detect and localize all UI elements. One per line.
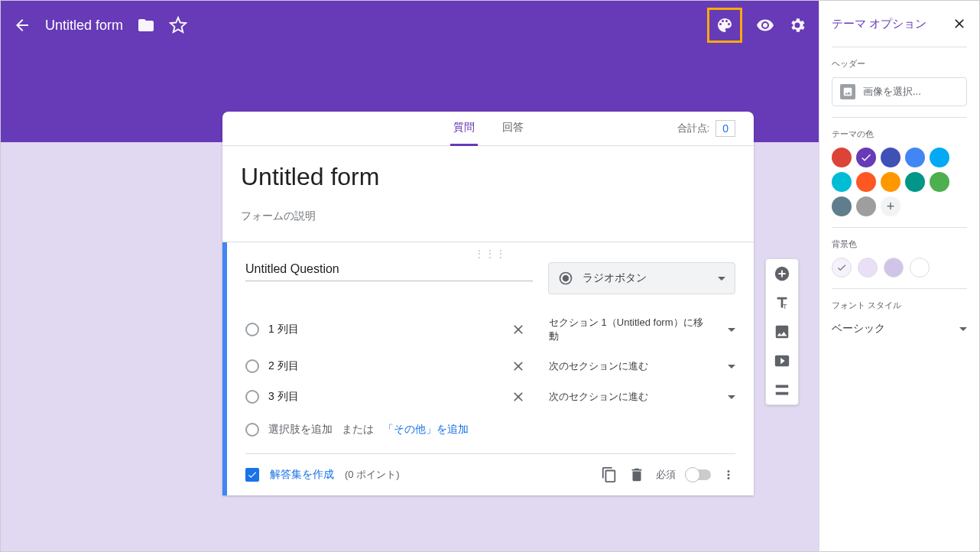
answer-key-link[interactable]: 解答集を作成: [270, 468, 334, 482]
bg-colors: [832, 258, 967, 278]
radio-icon: [245, 323, 259, 336]
theme-color-swatch[interactable]: [832, 172, 852, 192]
dropdown-icon: [718, 277, 725, 281]
remove-option-icon[interactable]: [511, 389, 526, 404]
palette-icon[interactable]: [716, 16, 734, 34]
close-icon[interactable]: [952, 16, 967, 31]
score-value[interactable]: 0: [716, 120, 735, 137]
score-label: 合計点:: [677, 122, 710, 135]
radio-icon: [558, 271, 573, 286]
goto-select[interactable]: 次のセクションに進む: [549, 390, 712, 404]
dropdown-icon[interactable]: [728, 365, 735, 369]
radio-placeholder-icon: [245, 423, 259, 437]
question-type-select[interactable]: ラジオボタン: [548, 262, 735, 294]
add-color-button[interactable]: +: [881, 196, 900, 216]
duplicate-icon[interactable]: [601, 466, 618, 483]
remove-option-icon[interactable]: [511, 322, 526, 337]
theme-color-swatch[interactable]: [930, 148, 949, 167]
drag-handle-icon[interactable]: ⋮⋮⋮: [245, 248, 735, 259]
theme-button-highlight: [707, 8, 742, 43]
select-image-button[interactable]: 画像を選択...: [832, 77, 967, 106]
add-other-link[interactable]: 「その他」を追加: [383, 423, 469, 437]
form-description-input[interactable]: フォームの説明: [241, 209, 735, 223]
theme-color-swatch[interactable]: [856, 172, 876, 192]
bg-color-swatch[interactable]: [884, 258, 904, 278]
font-style-label: フォント スタイル: [832, 300, 967, 311]
remove-option-icon[interactable]: [511, 359, 526, 374]
theme-colors: +: [832, 148, 967, 216]
theme-color-swatch[interactable]: [832, 196, 852, 216]
question-title-input[interactable]: Untitled Question: [245, 262, 533, 281]
delete-icon[interactable]: [628, 466, 645, 483]
required-toggle[interactable]: [686, 469, 711, 480]
bg-color-label: 背景色: [832, 239, 967, 250]
answer-key-checkbox[interactable]: [245, 468, 259, 482]
form-card: 質問 回答 合計点: 0 Untitled form フォームの説明 ⋮⋮⋮ U…: [222, 112, 754, 495]
tab-responses[interactable]: 回答: [499, 112, 527, 146]
panel-title: テーマ オプション: [832, 17, 926, 31]
bg-color-swatch[interactable]: [910, 258, 930, 278]
font-value: ベーシック: [832, 322, 885, 336]
option-row: 3 列目次のセクションに進む: [245, 382, 735, 412]
bg-color-swatch[interactable]: [858, 258, 878, 278]
folder-icon[interactable]: [137, 16, 155, 34]
add-question-icon[interactable]: [774, 265, 790, 282]
add-title-icon[interactable]: T: [774, 294, 790, 311]
form-header-block[interactable]: Untitled form フォームの説明: [222, 146, 754, 242]
more-icon[interactable]: [722, 468, 735, 482]
settings-icon[interactable]: [788, 16, 806, 34]
dropdown-icon: [959, 327, 967, 331]
theme-color-swatch[interactable]: [905, 172, 925, 192]
goto-select[interactable]: セクション 1（Untitled form）に移動: [549, 316, 712, 343]
radio-icon: [245, 359, 259, 373]
theme-color-label: テーマの色: [832, 128, 967, 140]
back-icon[interactable]: [13, 16, 31, 34]
theme-panel: テーマ オプション ヘッダー 画像を選択... テーマの色 + 背景色 フォント…: [819, 1, 979, 551]
theme-color-swatch[interactable]: [881, 148, 900, 167]
tab-questions[interactable]: 質問: [450, 112, 478, 146]
header-section-label: ヘッダー: [832, 58, 967, 70]
theme-color-swatch[interactable]: [856, 148, 876, 167]
image-icon: [840, 84, 855, 99]
form-title-header[interactable]: Untitled form: [45, 18, 123, 34]
dropdown-icon[interactable]: [728, 395, 735, 399]
option-label[interactable]: 2 列目: [268, 359, 501, 373]
or-text: または: [342, 423, 374, 437]
star-icon[interactable]: [169, 16, 187, 34]
font-select[interactable]: ベーシック: [832, 319, 967, 339]
add-option-row: 選択肢を追加 または 「その他」を追加: [245, 412, 735, 453]
radio-icon: [245, 390, 259, 404]
add-section-icon[interactable]: [774, 382, 790, 398]
add-option-text[interactable]: 選択肢を追加: [268, 423, 333, 437]
option-label[interactable]: 1 列目: [268, 323, 501, 336]
add-video-icon[interactable]: [774, 352, 790, 369]
question-footer: 解答集を作成 (0 ポイント) 必須: [245, 453, 735, 495]
options-list: 1 列目セクション 1（Untitled form）に移動2 列目次のセクション…: [245, 308, 735, 412]
theme-color-swatch[interactable]: [905, 148, 925, 167]
total-score: 合計点: 0: [677, 120, 735, 137]
bg-color-swatch[interactable]: [832, 258, 852, 278]
option-row: 1 列目セクション 1（Untitled form）に移動: [245, 308, 735, 351]
preview-icon[interactable]: [756, 16, 774, 34]
option-row: 2 列目次のセクションに進む: [245, 351, 735, 382]
question-type-label: ラジオボタン: [582, 271, 647, 285]
main-area: Untitled form 質問 回答 合計点:: [1, 1, 819, 551]
question-card[interactable]: ⋮⋮⋮ Untitled Question ラジオボタン 1 列目セクション 1…: [222, 242, 754, 495]
form-title-input[interactable]: Untitled form: [241, 163, 735, 191]
theme-color-swatch[interactable]: [881, 172, 900, 192]
theme-color-swatch[interactable]: [930, 172, 949, 192]
svg-text:T: T: [783, 303, 787, 310]
theme-color-swatch[interactable]: [832, 148, 852, 167]
select-image-label: 画像を選択...: [863, 85, 921, 99]
add-image-icon[interactable]: [774, 323, 790, 340]
option-label[interactable]: 3 列目: [268, 390, 501, 404]
required-label: 必須: [656, 468, 676, 482]
floating-toolbar: T: [765, 258, 799, 405]
dropdown-icon[interactable]: [728, 328, 735, 332]
goto-select[interactable]: 次のセクションに進む: [549, 359, 712, 373]
theme-color-swatch[interactable]: [856, 196, 876, 216]
points-label: (0 ポイント): [345, 468, 400, 482]
tabs: 質問 回答 合計点: 0: [222, 112, 754, 146]
